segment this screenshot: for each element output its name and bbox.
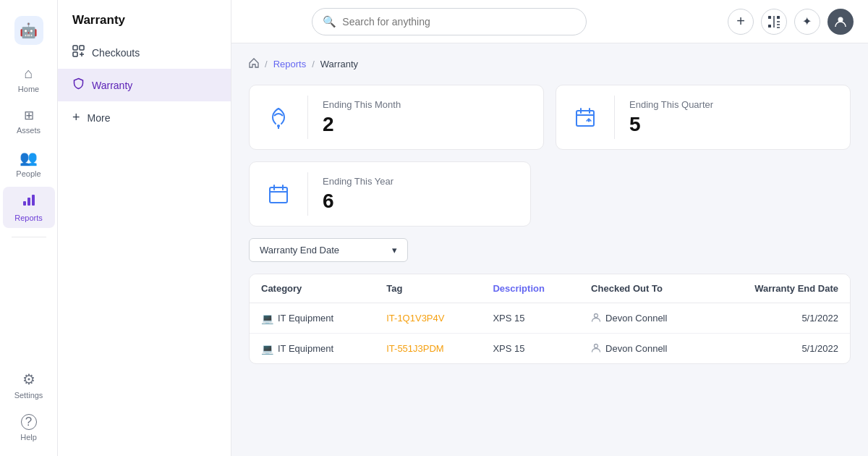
sidebar-item-assets[interactable]: ⊞ Assets — [3, 102, 55, 140]
svg-rect-2 — [32, 195, 35, 206]
stat-label-year: Ending This Year — [323, 176, 516, 187]
col-header-tag: Tag — [375, 274, 481, 303]
secondary-nav-warranty-label: Warranty — [92, 80, 132, 91]
svg-point-16 — [277, 124, 280, 127]
svg-rect-4 — [80, 46, 84, 50]
people-icon: 👥 — [20, 149, 38, 166]
tag-link-0[interactable]: IT-1Q1V3P4V — [386, 313, 444, 324]
add-button[interactable]: + — [728, 9, 754, 35]
filter-label: Warranty End Date — [260, 245, 339, 256]
cell-warranty-date-1: 5/1/2022 — [710, 334, 850, 364]
filter-row: Warranty End Date ▾ — [249, 238, 851, 262]
stats-row-1: Ending This Month 2 — [249, 85, 851, 150]
category-label-0: IT Equipment — [278, 313, 333, 324]
person-name-1: Devon Connell — [605, 343, 667, 354]
stats-row-2: Ending This Year 6 — [249, 161, 851, 227]
svg-rect-0 — [23, 201, 26, 206]
topbar: 🔍 + ✦ — [231, 0, 868, 43]
home-icon: ⌂ — [24, 65, 33, 82]
filter-dropdown[interactable]: Warranty End Date ▾ — [249, 238, 408, 262]
col-header-checked-out: Checked Out To — [579, 274, 710, 303]
svg-rect-1 — [27, 198, 30, 206]
user-avatar[interactable] — [827, 9, 854, 35]
sidebar-item-home-label: Home — [18, 85, 39, 93]
stat-icon-month — [250, 106, 307, 129]
cell-description-1: XPS 15 — [481, 334, 579, 364]
secondary-nav-item-warranty[interactable]: Warranty — [58, 69, 231, 101]
cell-tag-1[interactable]: IT-551J3PDM — [375, 334, 481, 364]
sidebar-item-help-label: Help — [20, 433, 37, 442]
cell-person-0: Devon Connell — [579, 303, 710, 334]
svg-rect-10 — [768, 25, 771, 28]
cell-warranty-date-0: 5/1/2022 — [710, 303, 850, 334]
stat-value-year: 6 — [323, 190, 516, 213]
logo-area: 🤖 — [14, 9, 43, 56]
col-header-description: Description — [481, 274, 579, 303]
category-icon-1: 💻 — [261, 343, 273, 355]
stat-card-ending-month: Ending This Month 2 — [249, 85, 544, 150]
stat-card-ending-quarter: Ending This Quarter 5 — [556, 85, 851, 150]
assets-icon: ⊞ — [24, 108, 34, 123]
stat-label-quarter: Ending This Quarter — [629, 99, 835, 110]
main-content: 🔍 + ✦ — [231, 0, 868, 456]
category-icon-0: 💻 — [261, 313, 273, 324]
cell-description-0: XPS 15 — [481, 303, 579, 334]
cell-category-1: 💻 IT Equipment — [250, 334, 375, 364]
gear-icon: ⚙ — [22, 371, 35, 388]
svg-rect-5 — [73, 52, 77, 56]
stat-value-quarter: 5 — [629, 113, 835, 136]
sidebar-item-people-label: People — [16, 169, 41, 178]
theme-toggle-button[interactable]: ✦ — [794, 9, 820, 35]
secondary-nav-item-more[interactable]: + More — [58, 101, 231, 134]
breadcrumb-current: Warranty — [320, 59, 358, 69]
stat-icon-quarter — [556, 106, 614, 128]
svg-rect-22 — [270, 187, 287, 203]
sidebar-item-home[interactable]: ⌂ Home — [3, 59, 55, 99]
sidebar-item-people[interactable]: 👥 People — [3, 143, 55, 184]
stat-icon-year — [250, 183, 307, 205]
more-icon: + — [72, 110, 80, 125]
warranty-icon — [72, 77, 85, 93]
category-label-1: IT Equipment — [278, 343, 333, 354]
sidebar-item-reports-label: Reports — [14, 214, 43, 222]
col-header-warranty-end: Warranty End Date — [710, 274, 850, 303]
secondary-nav-header: Warranty — [58, 0, 231, 36]
cell-person-1: Devon Connell — [579, 334, 710, 364]
cell-category-0: 💻 IT Equipment — [250, 303, 375, 334]
search-input[interactable] — [342, 16, 576, 28]
tag-link-1[interactable]: IT-551J3PDM — [386, 343, 443, 354]
warranty-date-1: 5/1/2022 — [801, 343, 838, 354]
secondary-nav-checkouts-label: Checkouts — [92, 47, 140, 59]
cell-tag-0[interactable]: IT-1Q1V3P4V — [375, 303, 481, 334]
stat-card-ending-year: Ending This Year 6 — [249, 161, 531, 227]
secondary-nav-more-label: More — [88, 112, 111, 124]
table-row: 💻 IT Equipment IT-1Q1V3P4V XPS 15 Devon … — [250, 303, 850, 334]
checkouts-icon — [72, 45, 85, 60]
person-name-0: Devon Connell — [605, 313, 667, 324]
sidebar-item-settings[interactable]: ⚙ Settings — [3, 365, 55, 405]
sidebar-item-help[interactable]: ? Help — [3, 408, 55, 447]
breadcrumb-sep2: / — [312, 59, 315, 69]
search-bar[interactable]: 🔍 — [312, 8, 587, 35]
scan-button[interactable] — [761, 9, 787, 35]
breadcrumb-reports-link[interactable]: Reports — [273, 59, 307, 69]
secondary-nav-item-checkouts[interactable]: Checkouts — [58, 36, 231, 69]
breadcrumb-sep1: / — [265, 59, 268, 69]
topbar-actions: + ✦ — [728, 9, 854, 35]
stat-body-year: Ending This Year 6 — [308, 164, 530, 224]
table-header: Category Tag Description Checked Out To … — [250, 274, 850, 303]
page-content: / Reports / Warranty Endin — [231, 43, 868, 456]
svg-rect-8 — [768, 16, 771, 19]
secondary-nav: Warranty Checkouts Warranty + More — [58, 0, 231, 456]
sidebar-item-reports[interactable]: Reports — [3, 187, 55, 228]
person-icon-1 — [591, 342, 601, 355]
description-0: XPS 15 — [493, 313, 524, 324]
warranty-date-0: 5/1/2022 — [801, 313, 838, 324]
stat-body-month: Ending This Month 2 — [308, 88, 543, 148]
svg-rect-17 — [576, 111, 594, 126]
stat-label-month: Ending This Month — [323, 99, 529, 110]
table-row: 💻 IT Equipment IT-551J3PDM XPS 15 Devon … — [250, 334, 850, 364]
description-1: XPS 15 — [493, 343, 524, 354]
breadcrumb-home-icon[interactable] — [249, 58, 259, 70]
svg-point-27 — [595, 345, 598, 348]
